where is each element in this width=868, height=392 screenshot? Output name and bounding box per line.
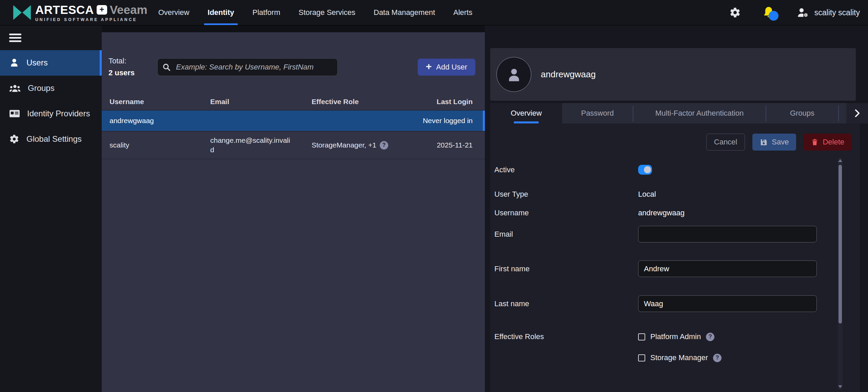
storage-manager-help-icon[interactable] — [713, 354, 722, 362]
scrollbar-down-arrow-icon[interactable] — [838, 385, 842, 388]
detail-tabs: Overview Password Multi-Factor Authentic… — [490, 103, 868, 123]
platform-admin-label: Platform Admin — [650, 332, 701, 341]
avatar — [496, 57, 531, 92]
user-detail-panel: andrewgwaag Overview Password Multi-Fact… — [485, 25, 868, 392]
trash-icon — [811, 138, 818, 146]
sidebar-item-label: Global Settings — [26, 134, 82, 144]
storage-manager-label: Storage Manager — [650, 353, 708, 362]
hamburger-menu-icon[interactable] — [9, 34, 21, 42]
tab-groups[interactable]: Groups — [766, 103, 838, 123]
overview-tab-content: Cancel Save Delete — [490, 123, 860, 392]
scrollbar-up-arrow-icon[interactable] — [838, 159, 842, 162]
user-menu[interactable]: scality scality — [796, 7, 860, 18]
user-icon — [9, 58, 19, 68]
username-label: Username — [494, 209, 638, 217]
column-header-username: Username — [110, 98, 210, 106]
account-icon — [796, 7, 809, 18]
top-navigation: Overview Identity Platform Storage Servi… — [158, 0, 473, 25]
save-icon — [760, 138, 768, 146]
user-type-value: Local — [638, 190, 656, 199]
users-list-panel: Total: 2 users + Add User Username Email… — [102, 32, 485, 392]
top-bar: ARTESCA + Veeam UNIFIED SOFTWARE APPLIAN… — [0, 0, 868, 25]
active-toggle[interactable] — [638, 165, 652, 175]
column-header-email: Email — [210, 98, 312, 106]
email-field[interactable] — [638, 226, 817, 242]
search-icon — [162, 63, 171, 73]
search-input[interactable] — [157, 58, 338, 76]
sidebar-item-identity-providers[interactable]: Identity Providers — [0, 101, 102, 126]
cell-username: scality — [110, 141, 210, 149]
notifications-bell-icon[interactable] — [762, 6, 775, 19]
user-detail-header: andrewgwaag — [490, 48, 856, 101]
nav-alerts[interactable]: Alerts — [453, 0, 473, 25]
plus-icon: + — [426, 61, 432, 72]
cell-username: andrewgwaag — [110, 117, 210, 125]
artesca-logo-icon — [13, 5, 31, 20]
sidebar-item-label: Groups — [28, 83, 55, 93]
nav-data-management[interactable]: Data Management — [373, 0, 436, 25]
tab-multi-factor-authentication[interactable]: Multi-Factor Authentication — [633, 103, 766, 123]
sidebar-item-users[interactable]: Users — [0, 50, 102, 76]
add-user-button[interactable]: + Add User — [418, 59, 475, 76]
table-header: Username Email Effective Role Last Login — [102, 94, 485, 111]
notification-badge — [769, 11, 778, 21]
detail-title: andrewgwaag — [541, 69, 596, 80]
plus-badge-icon: + — [97, 5, 107, 15]
table-row-scality[interactable]: scality change.me@scality.invalid Storag… — [102, 132, 485, 159]
sidebar-item-label: Identity Providers — [27, 109, 90, 118]
nav-overview[interactable]: Overview — [158, 0, 190, 25]
sidebar-item-global-settings[interactable]: Global Settings — [0, 126, 102, 152]
first-name-field[interactable] — [638, 260, 817, 277]
vertical-scrollbar[interactable] — [837, 157, 843, 390]
user-name: scality scality — [814, 8, 860, 17]
total-count: 2 users — [108, 68, 157, 77]
app-logo: ARTESCA + Veeam UNIFIED SOFTWARE APPLIAN… — [13, 3, 147, 22]
total-label: Total: — [108, 57, 157, 65]
id-card-icon — [9, 109, 20, 118]
sidebar-item-groups[interactable]: Groups — [0, 76, 102, 101]
email-label: Email — [494, 230, 638, 239]
first-name-label: First name — [494, 264, 638, 273]
column-header-role: Effective Role — [312, 98, 391, 106]
sidebar-item-label: Users — [26, 58, 48, 67]
nav-identity[interactable]: Identity — [207, 0, 235, 25]
logo-veeam-text: Veeam — [110, 3, 147, 17]
users-table: Username Email Effective Role Last Login… — [102, 94, 485, 159]
scrollbar-thumb[interactable] — [839, 165, 842, 324]
save-button[interactable]: Save — [752, 134, 796, 151]
last-name-label: Last name — [494, 299, 638, 308]
gear-icon — [9, 134, 19, 144]
column-header-last-login: Last Login — [391, 98, 473, 106]
last-name-field[interactable] — [638, 295, 817, 312]
tab-overview[interactable]: Overview — [490, 103, 562, 123]
cell-last-login: Never logged in — [391, 117, 473, 125]
tab-password[interactable]: Password — [562, 103, 633, 123]
user-type-label: User Type — [494, 190, 638, 199]
cancel-button[interactable]: Cancel — [706, 134, 745, 151]
username-value: andrewgwaag — [638, 209, 685, 217]
nav-storage-services[interactable]: Storage Services — [298, 0, 356, 25]
cell-email: change.me@scality.invalid — [210, 136, 293, 155]
tabs-scroll-right-button[interactable] — [846, 103, 868, 123]
user-form: Active User Type Local Username andrewgw… — [490, 165, 860, 362]
effective-roles-label: Effective Roles — [494, 332, 638, 341]
logo-artesca-text: ARTESCA — [35, 3, 94, 17]
delete-button[interactable]: Delete — [804, 134, 852, 151]
toggle-knob — [644, 166, 651, 173]
logo-tagline: UNIFIED SOFTWARE APPLIANCE — [35, 17, 147, 22]
cell-last-login: 2025-11-21 — [391, 141, 473, 149]
sidebar: Users Groups Identity Providers — [0, 25, 102, 392]
nav-platform[interactable]: Platform — [252, 0, 281, 25]
platform-admin-checkbox[interactable] — [638, 333, 645, 340]
active-label: Active — [494, 165, 638, 174]
groups-icon — [9, 83, 21, 93]
cell-role: StorageManager, +1 — [312, 141, 376, 149]
storage-manager-checkbox[interactable] — [638, 354, 645, 361]
chevron-right-icon — [855, 109, 860, 117]
settings-gear-icon[interactable] — [729, 7, 741, 18]
role-help-icon[interactable] — [380, 141, 388, 150]
platform-admin-help-icon[interactable] — [706, 333, 714, 341]
table-row-andrewgwaag[interactable]: andrewgwaag Never logged in — [102, 111, 485, 132]
person-icon — [505, 66, 523, 83]
